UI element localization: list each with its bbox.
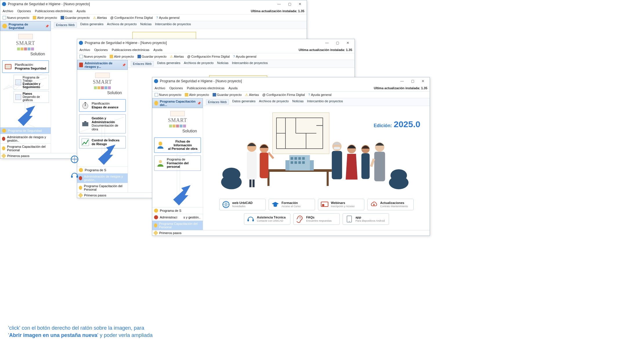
sidebar-header-label: Programa de Seguridad (9, 23, 44, 30)
menu-archivo[interactable]: Archivo (3, 9, 13, 13)
nav-programa-seguridad[interactable]: Programa de S (152, 207, 203, 214)
tb-alerts[interactable]: ⚠Alertas (245, 93, 259, 97)
menu-archivo[interactable]: Archivo (79, 48, 90, 52)
tab-noticias[interactable]: Noticias (140, 22, 151, 28)
card-gestion-admin[interactable]: Gestión yAdministraciónDocumentación de … (79, 114, 126, 134)
link-app[interactable]: appPara dispositivos Android (343, 213, 389, 225)
link-asistencia[interactable]: Asistencia TécnicaContacte con UrbiCAD (244, 213, 290, 225)
tab-archivos[interactable]: Archivos de proyecto (259, 99, 289, 105)
link-sub: Para dispositivos Android (356, 219, 385, 222)
pin-icon[interactable]: 📌 (122, 63, 126, 67)
tab-archivos[interactable]: Archivos de proyecto (184, 61, 214, 66)
menu-publicaciones[interactable]: Publicaciones electrónicas (112, 48, 149, 52)
close-button[interactable]: ✕ (418, 78, 428, 84)
nav-capacitacion[interactable]: Programa Capacitación del Personal (152, 220, 203, 230)
tb-save-label: Guardar proyecto (65, 16, 90, 19)
nav-admin-riesgos[interactable]: Administración de riesgos y gestión.. (77, 173, 128, 183)
tb-save-label: Guardar proyecto (142, 55, 167, 58)
maximize-button[interactable]: ▢ (332, 40, 342, 46)
tab-noticias[interactable]: Noticias (217, 61, 228, 66)
sidebar-header[interactable]: Administración de riesgos y... 📌 (77, 60, 128, 70)
app-icon (2, 2, 6, 6)
link-actualizaciones[interactable]: ActualizacionesContrato Mantenimiento (367, 199, 414, 210)
menu-opciones[interactable]: Opciones (94, 48, 108, 52)
link-formacion[interactable]: FormaciónAcceso al Curso (269, 199, 315, 210)
pencil-icon (1, 154, 6, 158)
tb-sig[interactable]: @Configuración Firma Digital (110, 16, 153, 19)
tb-open[interactable]: Abrir proyecto (185, 93, 209, 96)
card-planificacion[interactable]: Planificación:Programa Seguridad (2, 60, 49, 73)
pin-icon[interactable]: 📌 (197, 102, 201, 105)
minimize-button[interactable]: — (274, 1, 284, 7)
faq-icon: ? (296, 215, 304, 223)
nav-admin-riesgos[interactable]: Administraci s y gestión.. (152, 214, 203, 220)
tb-save[interactable]: Guardar proyecto (213, 93, 242, 96)
tb-new[interactable]: Nuevo proyecto (79, 55, 106, 58)
logo-text-smart: SMART (155, 117, 200, 123)
tb-save[interactable]: Guardar proyecto (61, 16, 90, 19)
tb-help[interactable]: ?Ayuda general (156, 16, 180, 19)
card-fichas-info[interactable]: Fichas de Informaciónal Personal de obra (154, 137, 201, 153)
subcard-planos[interactable]: PlanosDesarrollo de gráficos (14, 91, 49, 103)
tb-open[interactable]: Abrir proyecto (33, 16, 57, 19)
tab-datos[interactable]: Datos generales (157, 61, 180, 66)
close-button[interactable]: ✕ (343, 40, 353, 46)
nav-programa-seguridad[interactable]: Programa de S (77, 167, 128, 173)
link-web-urbicad[interactable]: web UrbiCADNovedades (219, 199, 266, 210)
menu-ayuda[interactable]: Ayuda (153, 48, 162, 52)
tb-alerts[interactable]: ⚠Alertas (93, 16, 107, 20)
tab-intercambio[interactable]: Intercambio de proyectos (155, 22, 191, 28)
hint-line1: 'click' con el botón derecho del ratón s… (8, 324, 153, 332)
tab-datos[interactable]: Datos generales (80, 22, 104, 28)
link-webinars[interactable]: WebinarsInscripción y Acceso (318, 199, 364, 210)
menu-opciones[interactable]: Opciones (169, 86, 183, 90)
tab-datos[interactable]: Datos generales (232, 99, 256, 105)
nav-capacitacion[interactable]: Programa Capacitación del Personal (0, 143, 51, 153)
statusbar[interactable]: Primeros pasos (152, 230, 430, 236)
minimize-button[interactable]: — (322, 40, 332, 46)
tb-new[interactable]: Nuevo proyecto (3, 16, 29, 19)
subcard-programa-trabajo[interactable]: Programa de TrabajoEvaluación y Seguimie… (14, 75, 49, 90)
nav-admin-riesgos[interactable]: Administración de riesgos y gestión.. (0, 134, 51, 143)
menu-opciones[interactable]: Opciones (17, 9, 31, 13)
maximize-button[interactable]: ▢ (285, 1, 294, 7)
menu-publicaciones[interactable]: Publicaciones electrónicas (187, 86, 225, 90)
menu-ayuda[interactable]: Ayuda (229, 86, 238, 90)
welcome-illustration (208, 110, 424, 192)
tab-intercambio[interactable]: Intercambio de proyectos (307, 99, 343, 105)
tab-enlaces[interactable]: Enlaces Web (131, 61, 154, 66)
menu-publicaciones[interactable]: Publicaciones electrónicas (35, 9, 73, 13)
sidebar-header[interactable]: Programa de Seguridad 📌 (0, 21, 51, 31)
tb-save[interactable]: Guardar proyecto (138, 55, 167, 58)
tab-enlaces[interactable]: Enlaces Web (206, 99, 229, 105)
book-icon (4, 63, 12, 71)
card-formacion-personal[interactable]: Programa deFormación del personal (154, 155, 201, 171)
sidebar-header[interactable]: Programa Capacitación del... 📌 (152, 98, 203, 108)
menu-archivo[interactable]: Archivo (155, 86, 165, 90)
minimize-button[interactable]: — (397, 78, 407, 84)
pin-icon[interactable]: 📌 (45, 25, 49, 28)
tb-sig[interactable]: @Configuración Firma Digital (187, 55, 229, 58)
tb-new[interactable]: Nuevo proyecto (155, 93, 181, 96)
link-faqs[interactable]: ?FAQsEncuentre respuestas (293, 213, 340, 225)
tab-enlaces[interactable]: Enlaces Web (54, 22, 77, 28)
menu-ayuda[interactable]: Ayuda (77, 9, 86, 13)
tab-intercambio[interactable]: Intercambio de proyectos (232, 61, 268, 66)
tb-help-label: Ayuda general (159, 16, 180, 19)
tb-help[interactable]: ?Ayuda general (233, 55, 256, 58)
headset-icon (247, 215, 255, 223)
svg-rect-44 (321, 202, 328, 207)
card-etapas-avance[interactable]: PlanificaciónEtapas de avance (79, 99, 126, 112)
svg-rect-52 (71, 176, 73, 178)
close-button[interactable]: ✕ (295, 1, 305, 7)
nav-capacitacion[interactable]: Programa Capacitación del Personal (77, 183, 128, 192)
tab-archivos[interactable]: Archivos de proyecto (107, 22, 137, 28)
tb-help[interactable]: ?Ayuda general (308, 93, 332, 96)
tab-noticias[interactable]: Noticias (292, 99, 303, 105)
svg-rect-36 (334, 147, 340, 149)
tb-alerts[interactable]: ⚠Alertas (170, 55, 184, 59)
nav-programa-seguridad[interactable]: Programa de Seguridad (0, 127, 51, 134)
tb-sig[interactable]: @Configuración Firma Digital (262, 93, 305, 96)
tb-open[interactable]: Abrir proyecto (110, 55, 134, 58)
maximize-button[interactable]: ▢ (408, 78, 417, 84)
